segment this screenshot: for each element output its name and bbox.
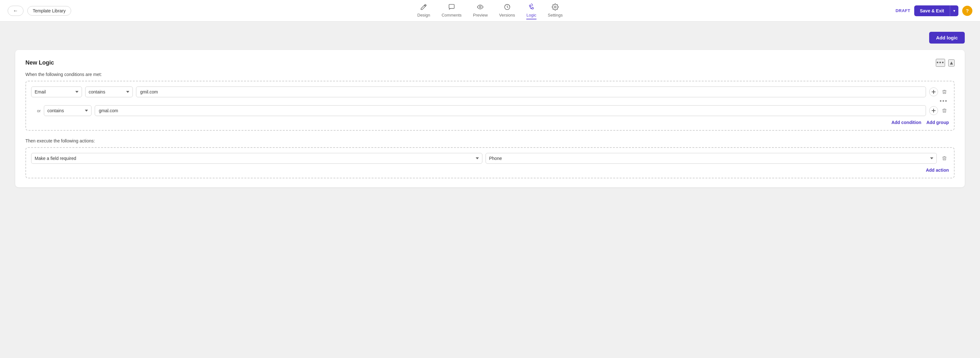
add-action-button[interactable]: Add action xyxy=(926,167,949,173)
design-icon xyxy=(420,3,427,11)
delete-action-1[interactable] xyxy=(940,154,949,163)
comments-icon xyxy=(448,3,455,11)
help-button[interactable]: ? xyxy=(962,6,972,16)
value-input-1[interactable] xyxy=(136,86,926,97)
add-condition-inline-1[interactable] xyxy=(929,88,938,96)
tab-settings[interactable]: Settings xyxy=(548,2,563,19)
add-condition-inline-2[interactable] xyxy=(929,106,938,115)
operator-select-2[interactable]: contains xyxy=(44,105,92,116)
action-type-select[interactable]: Make a field required xyxy=(31,153,482,164)
tab-versions[interactable]: Versions xyxy=(499,2,515,19)
logic-card: New Logic ••• ▲ When the following condi… xyxy=(15,50,965,187)
save-exit-group: Save & Exit ▾ xyxy=(914,5,958,16)
tab-preview-label: Preview xyxy=(473,13,488,18)
delete-condition-2[interactable] xyxy=(940,106,949,115)
field-select-1[interactable]: Email xyxy=(31,86,82,97)
action-row-1: Make a field required Phone xyxy=(31,153,949,164)
actions-box: Make a field required Phone Add action xyxy=(25,147,955,178)
logic-title: New Logic xyxy=(25,59,54,66)
header: ← Template Library Design Comments xyxy=(0,0,980,22)
tab-comments[interactable]: Comments xyxy=(442,2,462,19)
logic-header-actions: ••• ▲ xyxy=(936,59,955,67)
nav-tabs: Design Comments Preview xyxy=(417,2,563,19)
tab-versions-label: Versions xyxy=(499,13,515,18)
svg-point-5 xyxy=(555,6,557,8)
operator-select-1[interactable]: contains xyxy=(85,86,133,97)
back-arrow-icon: ← xyxy=(13,8,18,14)
template-library-button[interactable]: Template Library xyxy=(27,6,71,16)
svg-point-4 xyxy=(531,7,533,9)
delete-condition-1[interactable] xyxy=(940,88,949,96)
settings-icon xyxy=(552,3,558,11)
condition-row-2: or contains xyxy=(31,105,949,116)
more-options-button[interactable]: ••• xyxy=(936,59,945,67)
tab-logic[interactable]: Logic xyxy=(527,2,536,19)
save-exit-button[interactable]: Save & Exit xyxy=(914,5,950,16)
versions-icon xyxy=(504,3,511,11)
svg-rect-0 xyxy=(449,4,454,8)
svg-point-1 xyxy=(479,6,481,8)
condition-row-more-1[interactable]: ••• xyxy=(939,98,949,105)
preview-icon xyxy=(477,3,484,11)
template-library-label: Template Library xyxy=(33,8,66,13)
add-logic-bar: Add logic xyxy=(15,32,965,43)
conditions-box: Email contains xyxy=(25,81,955,130)
tab-logic-label: Logic xyxy=(527,13,536,18)
conditions-section-label: When the following conditions are met: xyxy=(25,72,955,77)
svg-point-3 xyxy=(530,5,531,6)
collapse-button[interactable]: ▲ xyxy=(948,59,955,67)
tab-comments-label: Comments xyxy=(442,13,462,18)
logic-card-header: New Logic ••• ▲ xyxy=(25,59,955,67)
save-exit-dropdown-button[interactable]: ▾ xyxy=(950,5,958,16)
action-field-select[interactable]: Phone xyxy=(485,153,937,164)
actions-section-label: Then execute the following actions: xyxy=(25,138,955,143)
back-button[interactable]: ← xyxy=(8,6,24,16)
row-actions-2 xyxy=(929,106,949,115)
add-group-button[interactable]: Add group xyxy=(926,120,949,125)
tab-preview[interactable]: Preview xyxy=(473,2,488,19)
tab-design[interactable]: Design xyxy=(417,2,430,19)
tab-design-label: Design xyxy=(417,13,430,18)
or-label: or xyxy=(31,108,41,113)
main-content: Add logic New Logic ••• ▲ When the follo… xyxy=(0,22,980,197)
conditions-footer: Add condition Add group xyxy=(31,120,949,125)
row-actions-1 xyxy=(929,88,949,96)
header-right: DRAFT Save & Exit ▾ ? xyxy=(896,5,972,16)
draft-label: DRAFT xyxy=(896,8,910,13)
value-input-2[interactable] xyxy=(95,105,926,116)
condition-row: Email contains xyxy=(31,86,949,97)
add-logic-button[interactable]: Add logic xyxy=(929,32,965,43)
actions-footer: Add action xyxy=(31,167,949,173)
add-condition-button[interactable]: Add condition xyxy=(891,120,921,125)
logic-icon xyxy=(528,3,535,11)
tab-settings-label: Settings xyxy=(548,13,563,18)
